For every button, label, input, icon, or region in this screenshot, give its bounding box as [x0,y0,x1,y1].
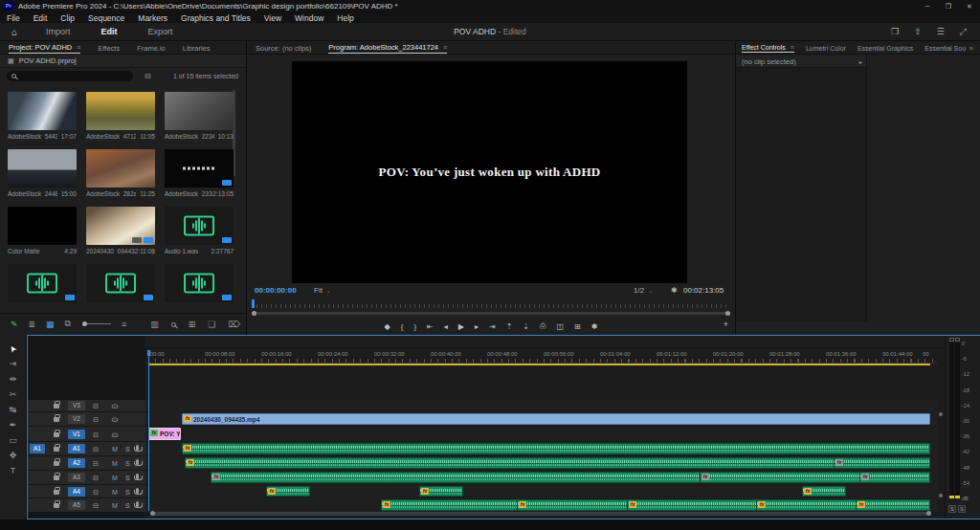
step-forward-button[interactable]: ▸ [475,322,479,331]
go-to-out-button[interactable]: ⇥ [489,322,496,331]
track-lock-icon[interactable] [54,490,59,495]
review-with-frameio-icon[interactable]: ❒ [891,27,899,37]
transport-settings-button[interactable]: ✱ [591,322,598,331]
track-header-a5[interactable]: A5⊟MS [28,498,145,512]
meter-solo-button[interactable]: S [958,505,966,513]
menu-file[interactable]: File [0,13,27,23]
sync-lock-icon[interactable]: ⊟ [93,502,99,509]
zoom-slider[interactable] [82,323,111,324]
razor-tool[interactable]: ✂ [10,390,17,399]
menu-markers[interactable]: Markers [131,13,174,23]
track-target-a4[interactable]: A4 [68,487,85,497]
search-input[interactable] [7,71,133,81]
zoom-handle-left[interactable] [150,511,155,516]
selection-tool[interactable]: ➤ [10,344,17,353]
track-header-v2[interactable]: V2⊟⊙ [28,412,145,426]
panel-menu-icon[interactable]: ≡ [791,44,794,51]
tab-effect-controls[interactable]: Effect Controls≡ [742,42,794,53]
menu-clip[interactable]: Clip [54,13,81,23]
maximize-button[interactable]: ❐ [938,3,959,11]
export-frame-button[interactable]: ⎙ [540,321,546,331]
tab-essential-graphics[interactable]: Essential Graphics [858,43,913,53]
voiceover-mic-icon[interactable] [136,459,139,465]
menu-edit[interactable]: Edit [27,13,55,23]
tab-effects[interactable]: Effects [98,42,120,54]
workspaces-icon[interactable]: ☰ [937,27,945,37]
timeline-clip-a4-6[interactable]: fx [419,486,463,497]
track-output-eye-icon[interactable]: ⊙ [111,431,119,437]
play-button[interactable]: ▶ [458,322,464,331]
media-item[interactable] [8,264,77,305]
tab-frame-io[interactable]: Frame.io [137,42,166,54]
timeline-clip-v1-1[interactable]: POV: Yofx [148,428,181,440]
monitor-playhead[interactable] [252,299,255,308]
mute-button[interactable]: M [112,446,118,453]
monitor-settings-icon[interactable]: ✱ [671,286,678,295]
track-output-eye-icon[interactable]: ⊙ [111,403,119,409]
voiceover-mic-icon[interactable] [136,474,139,479]
timeline-vertical-scrollbar[interactable] [939,393,943,508]
track-lock-icon[interactable] [54,461,59,466]
step-back-button[interactable]: ◂ [444,322,448,331]
track-target-a2[interactable]: A2 [68,458,85,468]
track-lane-v3[interactable] [145,400,938,411]
timeline-clip-a4-5[interactable]: fx [266,486,310,497]
media-item[interactable]: 20240430_094435...2:11:08 [86,207,155,254]
home-icon[interactable]: ⌂ [0,27,31,37]
ripple-edit-tool[interactable]: ⇹ [10,375,17,384]
scroll-dot[interactable] [939,412,943,416]
media-item[interactable]: Audio 1.wav2:27767 [165,207,234,254]
lift-button[interactable]: ⇡ [506,322,513,331]
panel-menu-icon[interactable]: ≡ [443,44,447,51]
sync-lock-icon[interactable]: ⊟ [93,475,99,481]
track-header-a4[interactable]: A4⊟MS [28,485,145,497]
track-lock-icon[interactable] [54,503,59,508]
track-header-v1[interactable]: V1⊟⊙ [28,427,145,441]
track-header-a3[interactable]: A3⊟MS [28,471,145,484]
track-target-v3[interactable]: V3 [68,401,85,410]
list-view-icon[interactable]: ≣ [29,320,36,329]
icon-view-icon[interactable]: ▦ [46,320,55,329]
media-item[interactable]: AdobeStock_282ada2...11:25 [86,149,155,197]
automate-to-sequence-icon[interactable]: ▥ [150,320,159,329]
tab-libraries[interactable]: Libraries [183,42,211,54]
sync-lock-icon[interactable]: ⊟ [93,431,99,437]
tab-lumetri-color[interactable]: Lumetri Color [806,43,846,53]
track-lane-a5[interactable]: fxfxfxfxfx [145,498,938,512]
menu-graphics-and-titles[interactable]: Graphics and Titles [174,13,257,23]
mark-in-button[interactable]: { [401,322,404,331]
track-lock-icon[interactable] [54,432,59,437]
timeline-clip-a3-4[interactable]: fxfxfx [211,472,930,483]
expander-icon[interactable]: ▸ [859,58,862,65]
media-item[interactable]: AdobeStock_233d4...2:13:05 [165,149,234,197]
media-item[interactable]: Color Matte4:29 [8,207,77,254]
close-button[interactable]: ✕ [959,3,980,11]
voiceover-mic-icon[interactable] [136,488,139,494]
solo-button[interactable]: S [125,502,130,509]
clear-icon[interactable]: ⌦ [228,320,240,329]
type-tool[interactable]: T [11,467,16,475]
track-target-a5[interactable]: A5 [68,500,85,510]
voiceover-mic-icon[interactable] [136,501,139,507]
monitor-scrubber[interactable] [252,300,730,308]
media-item[interactable]: AdobeStock_5443022...17:07 [8,92,77,140]
tab-project-pov-adhd[interactable]: Project: POV ADHD≡ [9,41,80,54]
menu-view[interactable]: View [257,13,288,23]
track-lock-icon[interactable] [54,417,59,422]
track-target-v2[interactable]: V2 [68,414,85,424]
filter-bin-icon[interactable]: ⊟ [145,72,151,80]
fit-dropdown[interactable]: Fit⌄ [314,286,331,295]
monitor-scrollbar[interactable] [252,312,730,315]
freeform-view-icon[interactable]: ⧉ [65,319,71,329]
voiceover-mic-icon[interactable] [136,445,139,451]
scrollbar-left-handle[interactable] [252,311,256,316]
workspace-tab-edit[interactable]: Edit [86,27,133,36]
track-target-a1[interactable]: A1 [68,444,85,453]
new-bin-icon[interactable]: ⊞ [189,320,196,329]
mute-button[interactable]: M [112,475,118,481]
track-target-v1[interactable]: V1 [68,430,85,439]
sync-lock-icon[interactable]: ⊟ [93,446,99,453]
pen-tool[interactable]: ✒ [10,421,17,430]
timeline-clip-a1-2[interactable]: fx [182,443,930,454]
mute-button[interactable]: M [112,502,118,509]
